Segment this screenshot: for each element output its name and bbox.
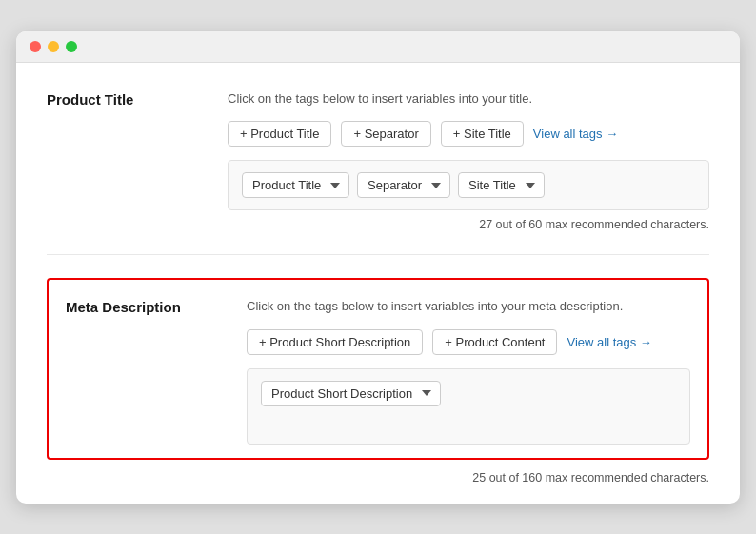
product-title-label: Product Title: [47, 89, 209, 232]
meta-description-dropdowns-row: Product Short Description: [247, 368, 690, 445]
separator-dropdown[interactable]: Separator: [357, 172, 450, 198]
product-title-dropdowns-row: Product Title Separator Site Title: [228, 160, 709, 210]
product-title-dropdown[interactable]: Product Title: [242, 172, 349, 198]
tag-site-title-button[interactable]: + Site Title: [441, 121, 524, 147]
product-title-tags-row: + Product Title + Separator + Site Title…: [228, 121, 709, 147]
tag-product-content-button[interactable]: + Product Content: [432, 329, 557, 355]
site-title-dropdown[interactable]: Site Title: [458, 172, 545, 198]
titlebar: [16, 31, 740, 63]
close-dot[interactable]: [30, 41, 41, 52]
meta-description-label: Meta Description: [66, 297, 228, 445]
maximize-dot[interactable]: [66, 41, 77, 52]
meta-description-wrapper: Meta Description Click on the tags below…: [47, 278, 709, 460]
meta-description-section: Meta Description Click on the tags below…: [66, 297, 690, 445]
tag-product-short-desc-button[interactable]: + Product Short Description: [247, 329, 423, 355]
tag-separator-button[interactable]: + Separator: [341, 121, 430, 147]
page-content: Product Title Click on the tags below to…: [16, 63, 740, 504]
product-title-body: Click on the tags below to insert variab…: [228, 89, 709, 232]
product-title-char-count: 27 out of 60 max recommended characters.: [228, 218, 709, 231]
meta-description-body: Click on the tags below to insert variab…: [247, 297, 690, 445]
tag-product-title-button[interactable]: + Product Title: [228, 121, 331, 147]
meta-description-hint: Click on the tags below to insert variab…: [247, 297, 690, 316]
product-title-hint: Click on the tags below to insert variab…: [228, 89, 709, 109]
main-window: Product Title Click on the tags below to…: [16, 31, 740, 504]
product-short-desc-dropdown[interactable]: Product Short Description: [261, 381, 441, 406]
view-all-tags-link-meta[interactable]: View all tags →: [567, 335, 651, 349]
product-title-section: Product Title Click on the tags below to…: [47, 89, 709, 256]
meta-description-char-count: 25 out of 160 max recommended characters…: [47, 471, 709, 485]
view-all-tags-link-title[interactable]: View all tags →: [533, 127, 618, 141]
meta-description-tags-row: + Product Short Description + Product Co…: [247, 329, 690, 355]
minimize-dot[interactable]: [48, 41, 59, 52]
